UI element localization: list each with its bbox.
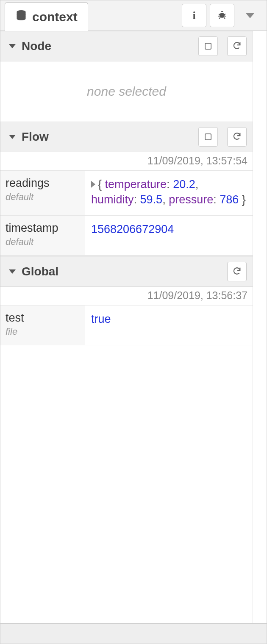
bottom-bar: [0, 623, 267, 644]
square-icon: [205, 133, 211, 140]
obj-key: pressure: [169, 193, 213, 206]
kv-key-name: test: [6, 311, 80, 325]
obj-key: temperature: [105, 178, 167, 191]
tab-menu-button[interactable]: [238, 4, 262, 27]
obj-key: humidity: [91, 193, 134, 206]
section-header-node[interactable]: Node: [0, 31, 253, 61]
section-header-global[interactable]: Global: [0, 255, 253, 287]
section-title-node: Node: [22, 39, 51, 53]
node-refresh-button[interactable]: [227, 36, 247, 56]
kv-key-store: file: [6, 326, 80, 337]
svg-point-1: [220, 13, 225, 18]
context-panel: Node none selected Flow: [0, 31, 253, 623]
obj-val: 20.2: [173, 178, 195, 191]
kv-key-store: default: [6, 236, 80, 247]
database-icon: [15, 9, 27, 24]
tab-context-label: context: [32, 10, 78, 24]
kv-value[interactable]: true: [85, 305, 253, 345]
flow-row-readings: readings default { temperature: 20.2, hu…: [0, 171, 253, 216]
refresh-icon: [232, 131, 242, 142]
flow-timestamp: 11/09/2019, 13:57:54: [0, 152, 253, 171]
chevron-down-icon: [9, 44, 16, 48]
refresh-icon: [232, 41, 242, 52]
info-button[interactable]: i: [182, 4, 206, 27]
chevron-down-icon: [9, 135, 16, 139]
section-header-flow[interactable]: Flow: [0, 122, 253, 152]
global-timestamp: 11/09/2019, 13:56:37: [0, 287, 253, 305]
flow-refresh-button[interactable]: [227, 127, 247, 147]
bool-value: true: [91, 313, 111, 325]
kv-key: timestamp default: [0, 216, 85, 255]
number-value: 1568206672904: [91, 223, 174, 236]
kv-key-store: default: [6, 192, 80, 203]
flow-copy-button[interactable]: [198, 127, 218, 147]
node-empty-message: none selected: [0, 61, 253, 122]
kv-key: readings default: [0, 171, 85, 215]
kv-key: test file: [0, 305, 85, 345]
tab-context[interactable]: context: [5, 2, 88, 31]
square-icon: [205, 43, 211, 50]
obj-val: 786: [220, 193, 239, 206]
obj-val: 59.5: [140, 193, 163, 206]
kv-value[interactable]: { temperature: 20.2, humidity: 59.5, pre…: [85, 171, 253, 215]
chevron-down-icon: [9, 269, 16, 274]
refresh-icon: [232, 266, 242, 277]
info-icon: i: [192, 9, 195, 22]
section-title-flow: Flow: [22, 130, 49, 144]
global-refresh-button[interactable]: [227, 262, 247, 281]
flow-row-timestamp: timestamp default 1568206672904: [0, 216, 253, 255]
kv-value[interactable]: 1568206672904: [85, 216, 253, 255]
kv-key-name: readings: [6, 177, 80, 190]
global-row-test: test file true: [0, 305, 253, 345]
sidebar-tabbar: context i: [0, 0, 267, 31]
svg-line-6: [219, 17, 220, 19]
bug-icon: [217, 10, 227, 22]
svg-line-7: [224, 17, 225, 19]
caret-down-icon: [246, 13, 254, 18]
expand-icon[interactable]: [91, 181, 95, 188]
section-title-global: Global: [22, 265, 58, 278]
debug-button[interactable]: [210, 4, 234, 27]
node-copy-button[interactable]: [198, 36, 218, 56]
kv-key-name: timestamp: [6, 222, 80, 235]
